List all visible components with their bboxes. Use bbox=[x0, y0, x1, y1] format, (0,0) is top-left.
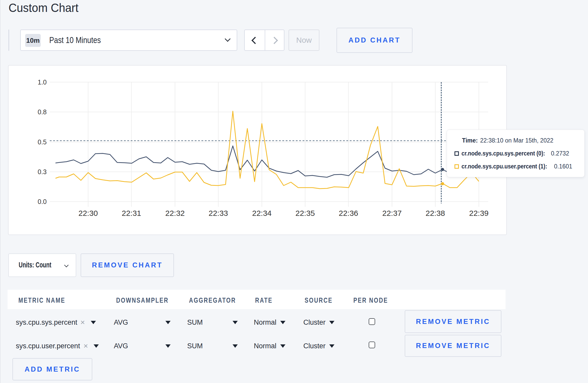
svg-text:22:31: 22:31 bbox=[122, 209, 141, 217]
svg-text:22:37: 22:37 bbox=[382, 209, 402, 217]
svg-text:22:32: 22:32 bbox=[165, 209, 185, 217]
svg-text:1.0: 1.0 bbox=[38, 79, 47, 86]
svg-text:22:35: 22:35 bbox=[295, 209, 315, 217]
svg-text:22:33: 22:33 bbox=[208, 209, 228, 217]
svg-text:0.3: 0.3 bbox=[38, 168, 47, 175]
svg-text:22:38: 22:38 bbox=[425, 209, 445, 217]
svg-text:0.5: 0.5 bbox=[38, 138, 47, 146]
svg-text:0.8: 0.8 bbox=[38, 108, 47, 116]
svg-text:22:36: 22:36 bbox=[339, 209, 358, 217]
svg-text:22:39: 22:39 bbox=[469, 209, 488, 217]
svg-text:22:30: 22:30 bbox=[78, 209, 98, 217]
svg-text:22:34: 22:34 bbox=[252, 209, 271, 217]
svg-text:0.0: 0.0 bbox=[38, 198, 47, 205]
